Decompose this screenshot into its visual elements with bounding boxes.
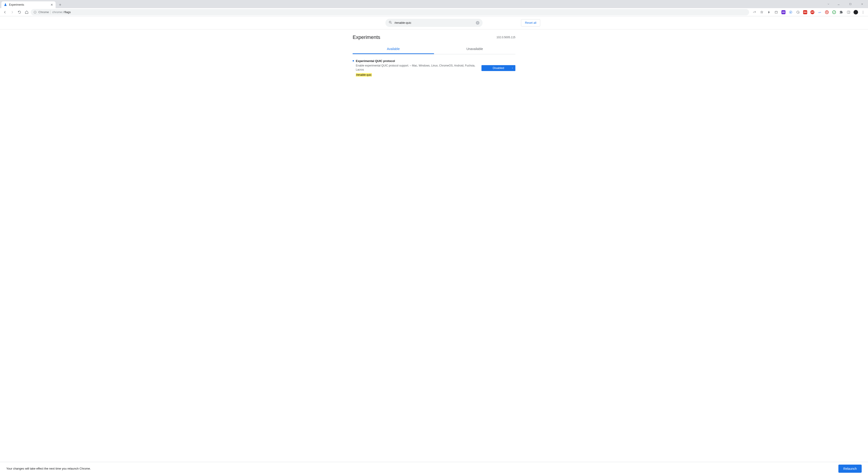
wave-ext-icon[interactable] xyxy=(816,9,823,16)
window-controls xyxy=(825,0,867,8)
svg-point-6 xyxy=(863,12,863,12)
home-button[interactable] xyxy=(24,9,30,16)
svg-point-7 xyxy=(863,13,863,13)
flag-hash[interactable]: #enable-quic xyxy=(356,73,372,77)
flag-title: Experimental QUIC protocol xyxy=(356,59,477,63)
new-tab-button[interactable] xyxy=(57,2,63,8)
flag-state-select[interactable]: Disabled xyxy=(482,65,515,71)
profile-avatar[interactable] xyxy=(852,9,859,16)
omnibox[interactable]: Chrome chrome://flags xyxy=(31,9,749,16)
search-icon xyxy=(389,21,392,25)
tab-available[interactable]: Available xyxy=(352,44,434,54)
omnibox-chip: Chrome xyxy=(38,10,51,14)
relaunch-bar: Your changes will take effect the next t… xyxy=(0,462,868,475)
omnibox-url: chrome://flags xyxy=(52,10,71,14)
reload-button[interactable] xyxy=(16,9,23,16)
star-icon[interactable] xyxy=(758,9,765,16)
xd-ext-icon[interactable]: XD xyxy=(780,9,786,16)
flag-description: Enable experimental QUIC protocol suppor… xyxy=(356,64,477,72)
site-info-icon[interactable] xyxy=(33,11,37,14)
flags-page: Reset all Experiments 102.0.5005.115 Ava… xyxy=(0,16,868,462)
reset-all-button[interactable]: Reset all xyxy=(521,19,540,27)
relaunch-message: Your changes will take effect the next t… xyxy=(6,467,91,470)
svg-rect-4 xyxy=(847,11,850,13)
svg-point-8 xyxy=(389,21,391,23)
close-tab-icon[interactable] xyxy=(50,3,53,6)
browser-tab[interactable]: Experiments xyxy=(1,1,56,8)
abp-ext-icon[interactable]: ABP xyxy=(809,9,815,16)
browser-tab-strip: Experiments xyxy=(0,0,868,8)
maximize-button[interactable] xyxy=(845,1,855,7)
kebab-menu-icon[interactable] xyxy=(860,9,866,16)
close-window-button[interactable] xyxy=(857,1,867,7)
search-input[interactable] xyxy=(395,21,473,24)
svg-rect-0 xyxy=(850,3,851,5)
flask-icon xyxy=(4,3,7,6)
compass-ext-icon[interactable] xyxy=(787,9,794,16)
back-button[interactable] xyxy=(2,9,8,16)
flag-select-value: Disabled xyxy=(493,66,504,70)
chevron-down-icon xyxy=(511,67,514,69)
dh-ext-icon[interactable]: DH xyxy=(802,9,808,16)
page-title: Experiments xyxy=(352,34,380,40)
tab-overflow-button[interactable] xyxy=(825,1,832,7)
tab-title: Experiments xyxy=(9,3,49,6)
search-box[interactable] xyxy=(385,19,483,27)
check-ext-icon[interactable] xyxy=(831,9,837,16)
toolbar-actions: XD DH ABP A xyxy=(751,9,866,16)
share-icon[interactable] xyxy=(751,9,758,16)
flags-body: Experiments 102.0.5005.115 Available Una… xyxy=(352,29,515,80)
browser-toolbar: Chrome chrome://flags XD DH ABP A xyxy=(0,8,868,16)
clear-search-icon[interactable] xyxy=(476,21,479,25)
forward-button[interactable] xyxy=(9,9,16,16)
side-panel-icon[interactable] xyxy=(845,9,852,16)
flags-header: Reset all xyxy=(0,16,868,29)
sync-ext-icon[interactable] xyxy=(795,9,801,16)
modified-dot-icon xyxy=(352,60,354,61)
tab-bar: Available Unavailable xyxy=(352,44,515,54)
minimize-button[interactable] xyxy=(834,1,844,7)
svg-rect-2 xyxy=(775,11,778,13)
calendar-ext-icon[interactable] xyxy=(773,9,779,16)
a-circle-ext-icon[interactable]: A xyxy=(824,9,830,16)
extensions-icon[interactable] xyxy=(838,9,844,16)
bolt-ext-icon[interactable] xyxy=(766,9,772,16)
tab-unavailable[interactable]: Unavailable xyxy=(434,44,515,54)
relaunch-button[interactable]: Relaunch xyxy=(838,465,862,473)
flag-row: Experimental QUIC protocol Enable experi… xyxy=(352,54,515,80)
version-label: 102.0.5005.115 xyxy=(497,36,515,39)
svg-point-5 xyxy=(863,11,863,11)
